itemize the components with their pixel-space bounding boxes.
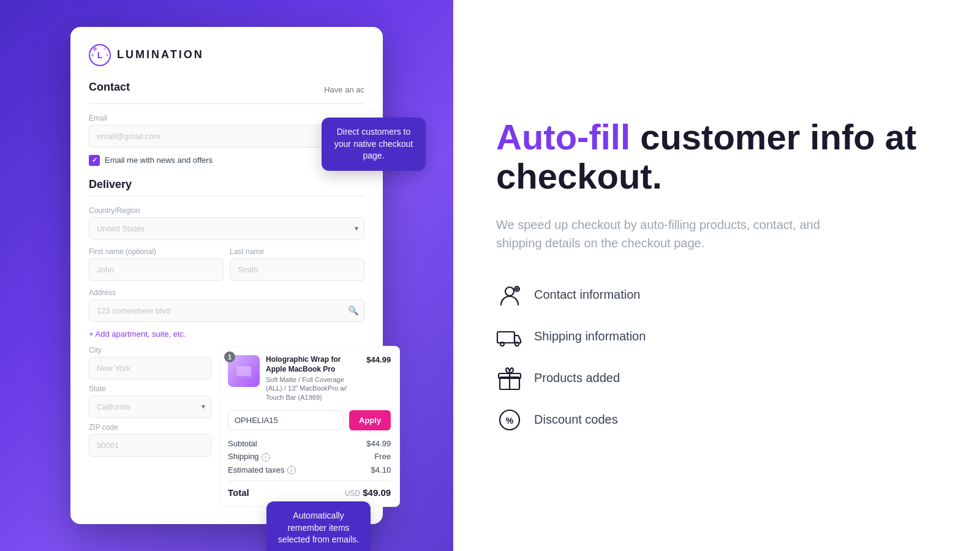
country-input-wrap: ▾ [89, 217, 364, 240]
checkout-card: L LUMINATION Contact Have an ac Email Em… [70, 27, 383, 524]
apply-button[interactable]: Apply [349, 410, 391, 430]
state-input-wrap: ▾ [89, 395, 211, 418]
first-name-label: First name (optional) [89, 247, 224, 256]
feature-contact-label: Contact information [534, 288, 640, 302]
discount-icon: % [496, 407, 523, 433]
shipping-row: Shippingi Free [228, 452, 391, 462]
taxes-row: Estimated taxesi $4.10 [228, 465, 391, 475]
total-row: Total USD$49.09 [228, 481, 391, 498]
macbook-icon [234, 361, 254, 381]
city-input[interactable] [89, 357, 211, 380]
feature-list: Contact information Shipping information [496, 282, 937, 433]
product-row: 1 Holographic Wrap for Apple MacBook Pro… [228, 355, 391, 402]
total-amount: USD$49.09 [345, 487, 391, 498]
state-input[interactable] [89, 395, 211, 418]
name-row: First name (optional) Last name [89, 247, 364, 281]
zip-input[interactable] [89, 434, 211, 457]
product-info: Holographic Wrap for Apple MacBook Pro S… [266, 355, 360, 402]
city-label: City [89, 346, 211, 354]
delivery-section: Delivery Country/Region ▾ First name (op… [89, 178, 364, 339]
subtotal-row: Subtotal $44.99 [228, 439, 391, 448]
logo-text: LUMINATION [117, 48, 204, 61]
svg-point-14 [515, 342, 519, 346]
city-state-zip: City State ▾ ZIP code [89, 346, 211, 507]
zip-group: ZIP code [89, 423, 211, 457]
feature-contact: Contact information [496, 282, 937, 309]
right-panel: Auto-fill customer info at checkout. We … [453, 0, 980, 551]
contact-divider [89, 103, 364, 104]
subtotal-value: $44.99 [366, 439, 391, 448]
contact-icon [496, 282, 523, 309]
delivery-title: Delivery [89, 178, 364, 191]
country-group: Country/Region ▾ [89, 206, 364, 240]
headline-purple: Auto-fill [496, 117, 630, 157]
product-badge: 1 [224, 351, 235, 362]
contact-header: Contact Have an ac [89, 81, 364, 99]
shipping-info-icon[interactable]: i [262, 453, 270, 462]
svg-point-13 [500, 342, 504, 346]
feature-discount: % Discount codes [496, 407, 937, 433]
address-input-wrap: 🔍 [89, 299, 364, 322]
logo-area: L LUMINATION [89, 44, 364, 66]
shipping-icon [496, 323, 523, 350]
feature-discount-label: Discount codes [534, 413, 618, 427]
svg-point-5 [106, 54, 108, 56]
first-name-input[interactable] [89, 258, 224, 281]
last-name-group: Last name [230, 247, 364, 281]
address-group: Address 🔍 [89, 288, 364, 322]
product-name: Holographic Wrap for Apple MacBook Pro [266, 355, 360, 374]
svg-rect-12 [497, 332, 514, 343]
taxes-value: $4.10 [371, 465, 391, 475]
total-currency: USD [345, 489, 360, 498]
tooltip-direct: Direct customers to your native checkout… [322, 118, 426, 171]
tooltip-remember: Automatically remember items selected fr… [266, 501, 371, 551]
svg-text:%: % [506, 416, 514, 425]
total-label: Total [228, 487, 249, 498]
left-panel: L LUMINATION Contact Have an ac Email Em… [0, 0, 453, 551]
checkbox-label: Email me with news and offers [105, 156, 213, 165]
last-name-input[interactable] [230, 258, 364, 281]
product-image-wrap: 1 [228, 355, 260, 402]
subtotal-label: Subtotal [228, 439, 257, 448]
headline: Auto-fill customer info at checkout. [496, 118, 937, 196]
svg-point-3 [104, 48, 106, 50]
feature-products-label: Products added [534, 371, 620, 385]
address-input[interactable] [89, 299, 364, 322]
feature-shipping: Shipping information [496, 323, 937, 350]
subtext: We speed up checkout by auto-filling pro… [496, 216, 839, 252]
product-price: $44.99 [366, 355, 391, 402]
taxes-info-icon[interactable]: i [287, 466, 296, 474]
first-name-group: First name (optional) [89, 247, 224, 281]
svg-point-2 [93, 47, 97, 51]
have-account-text: Have an ac [324, 85, 364, 94]
logo-icon: L [89, 44, 111, 66]
svg-point-8 [505, 287, 514, 296]
country-input[interactable] [89, 217, 364, 240]
state-group: State ▾ [89, 384, 211, 418]
svg-rect-6 [236, 366, 251, 376]
order-summary: 1 Holographic Wrap for Apple MacBook Pro… [219, 346, 400, 507]
discount-input[interactable] [228, 410, 344, 430]
feature-products: Products added [496, 365, 937, 392]
bottom-row: City State ▾ ZIP code [89, 346, 364, 507]
total-value: $49.09 [363, 487, 391, 498]
discount-row: Apply [228, 410, 391, 430]
state-label: State [89, 384, 211, 393]
add-apt-link[interactable]: + Add apartment, suite, etc. [89, 329, 364, 339]
product-variant: Soft Matte / Full Coverage (ALL) / 13" M… [266, 375, 360, 402]
svg-text:L: L [97, 50, 103, 60]
taxes-label: Estimated taxesi [228, 465, 296, 475]
zip-label: ZIP code [89, 423, 211, 432]
delivery-divider [89, 196, 364, 197]
contact-title: Contact [89, 81, 130, 94]
svg-rect-7 [235, 376, 252, 378]
search-icon: 🔍 [348, 305, 358, 315]
country-label: Country/Region [89, 206, 364, 215]
feature-shipping-label: Shipping information [534, 329, 646, 343]
city-group: City [89, 346, 211, 380]
svg-point-4 [91, 54, 94, 56]
shipping-value: Free [374, 452, 391, 462]
checkbox-check[interactable] [89, 155, 100, 166]
address-label: Address [89, 288, 364, 297]
shipping-label: Shippingi [228, 452, 270, 462]
